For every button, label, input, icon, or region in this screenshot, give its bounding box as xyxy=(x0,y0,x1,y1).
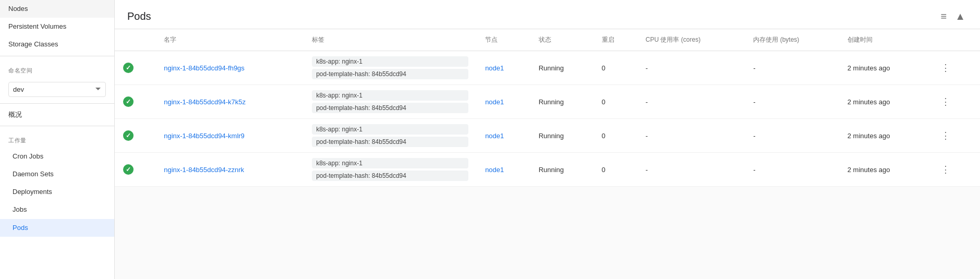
sidebar-item-persistent-volumes[interactable]: Persistent Volumes xyxy=(0,18,114,35)
pod-actions-cell: ⋮ xyxy=(928,51,980,85)
pod-tags-cell: k8s-app: nginx-1pod-template-hash: 84b55… xyxy=(304,153,477,187)
col-restarts: 重启 xyxy=(594,29,637,51)
pod-actions-cell: ⋮ xyxy=(928,119,980,153)
pod-state-cell: Running xyxy=(530,85,594,119)
pod-state-cell: Running xyxy=(530,51,594,85)
pod-name-link[interactable]: nginx-1-84b55dcd94-zznrk xyxy=(164,166,244,174)
sidebar-item-storage-classes[interactable]: Storage Classes xyxy=(0,35,114,53)
pod-node-cell: node1 xyxy=(477,85,530,119)
table-row: nginx-1-84b55dcd94-kmlr9k8s-app: nginx-1… xyxy=(115,119,980,153)
pod-actions-cell: ⋮ xyxy=(928,153,980,187)
pod-memory-cell: - xyxy=(745,51,839,85)
pod-restarts-cell: 0 xyxy=(594,119,637,153)
pod-tags-cell: k8s-app: nginx-1pod-template-hash: 84b55… xyxy=(304,85,477,119)
pod-status-cell xyxy=(115,85,155,119)
pod-tag: pod-template-hash: 84b55dcd94 xyxy=(312,103,468,113)
pod-tag: k8s-app: nginx-1 xyxy=(312,90,468,101)
sidebar-divider2 xyxy=(0,103,114,104)
status-icon xyxy=(123,63,134,73)
sidebar-item-overview[interactable]: 概况 xyxy=(0,106,114,124)
pod-status-cell xyxy=(115,119,155,153)
pod-restarts-cell: 0 xyxy=(594,51,637,85)
pod-name-link[interactable]: nginx-1-84b55dcd94-fh9gs xyxy=(164,64,245,72)
col-created: 创建时间 xyxy=(839,29,928,51)
main-header: Pods ≡ ▲ xyxy=(115,0,980,29)
namespace-section-label: 命名空间 xyxy=(0,58,114,78)
pod-name-link[interactable]: nginx-1-84b55dcd94-k7k5z xyxy=(164,98,246,106)
col-cpu: CPU 使用率 (cores) xyxy=(637,29,745,51)
pod-node-link[interactable]: node1 xyxy=(485,132,504,140)
pod-name-cell: nginx-1-84b55dcd94-kmlr9 xyxy=(155,119,304,153)
pod-memory-cell: - xyxy=(745,119,839,153)
pod-name-cell: nginx-1-84b55dcd94-k7k5z xyxy=(155,85,304,119)
sidebar-item-pods[interactable]: Pods xyxy=(0,219,114,237)
namespace-container: dev default kube-system xyxy=(0,78,114,101)
pod-more-button[interactable]: ⋮ xyxy=(937,94,954,110)
pod-memory-cell: - xyxy=(745,85,839,119)
sidebar: Nodes Persistent Volumes Storage Classes… xyxy=(0,0,115,279)
pod-node-cell: node1 xyxy=(477,153,530,187)
collapse-button[interactable]: ▲ xyxy=(953,8,967,25)
pod-created-cell: 2 minutes ago xyxy=(839,119,928,153)
pod-more-button[interactable]: ⋮ xyxy=(937,162,954,177)
col-status xyxy=(115,29,155,51)
status-icon xyxy=(123,164,134,175)
col-memory: 内存使用 (bytes) xyxy=(745,29,839,51)
table-row: nginx-1-84b55dcd94-k7k5zk8s-app: nginx-1… xyxy=(115,85,980,119)
pod-more-button[interactable]: ⋮ xyxy=(937,128,954,143)
pod-node-link[interactable]: node1 xyxy=(485,64,504,72)
filter-icon: ≡ xyxy=(941,10,947,22)
pod-tag: k8s-app: nginx-1 xyxy=(312,124,468,135)
collapse-icon: ▲ xyxy=(955,10,965,22)
pod-tag: k8s-app: nginx-1 xyxy=(312,56,468,67)
status-icon xyxy=(123,96,134,107)
sidebar-divider3 xyxy=(0,126,114,126)
pod-tag: pod-template-hash: 84b55dcd94 xyxy=(312,69,468,79)
table-header: 名字 标签 节点 状态 重启 CPU 使用率 (cores) 内存使用 (byt… xyxy=(115,29,980,51)
pod-state-cell: Running xyxy=(530,153,594,187)
sidebar-item-deployments[interactable]: Deployments xyxy=(0,183,114,201)
status-icon xyxy=(123,130,134,141)
filter-button[interactable]: ≡ xyxy=(939,8,949,25)
col-actions xyxy=(928,29,980,51)
header-actions: ≡ ▲ xyxy=(939,8,967,25)
pod-status-cell xyxy=(115,51,155,85)
pod-created-cell: 2 minutes ago xyxy=(839,153,928,187)
pod-name-link[interactable]: nginx-1-84b55dcd94-kmlr9 xyxy=(164,132,245,140)
namespace-select[interactable]: dev default kube-system xyxy=(8,82,106,97)
pod-name-cell: nginx-1-84b55dcd94-fh9gs xyxy=(155,51,304,85)
pod-tag: pod-template-hash: 84b55dcd94 xyxy=(312,171,468,181)
pod-cpu-cell: - xyxy=(637,119,745,153)
col-node: 节点 xyxy=(477,29,530,51)
pods-table: 名字 标签 节点 状态 重启 CPU 使用率 (cores) 内存使用 (byt… xyxy=(115,29,980,187)
pod-tag: k8s-app: nginx-1 xyxy=(312,158,468,168)
sidebar-item-daemon-sets[interactable]: Daemon Sets xyxy=(0,165,114,183)
pod-created-cell: 2 minutes ago xyxy=(839,85,928,119)
pod-more-button[interactable]: ⋮ xyxy=(937,60,954,76)
pod-node-cell: node1 xyxy=(477,51,530,85)
pod-tags-cell: k8s-app: nginx-1pod-template-hash: 84b55… xyxy=(304,119,477,153)
pod-cpu-cell: - xyxy=(637,51,745,85)
table-row: nginx-1-84b55dcd94-zznrkk8s-app: nginx-1… xyxy=(115,153,980,187)
col-labels: 标签 xyxy=(304,29,477,51)
pod-tags-cell: k8s-app: nginx-1pod-template-hash: 84b55… xyxy=(304,51,477,85)
pod-status-cell xyxy=(115,153,155,187)
pod-memory-cell: - xyxy=(745,153,839,187)
pod-node-link[interactable]: node1 xyxy=(485,166,504,174)
pod-node-link[interactable]: node1 xyxy=(485,98,504,106)
pod-state-cell: Running xyxy=(530,119,594,153)
pod-cpu-cell: - xyxy=(637,153,745,187)
sidebar-item-nodes[interactable]: Nodes xyxy=(0,0,114,18)
pod-name-cell: nginx-1-84b55dcd94-zznrk xyxy=(155,153,304,187)
sidebar-top-items: Nodes Persistent Volumes Storage Classes xyxy=(0,0,114,54)
main-content: Pods ≡ ▲ 名字 标签 节点 状态 重启 CPU 使用率 (cores) xyxy=(115,0,980,279)
col-state: 状态 xyxy=(530,29,594,51)
pod-created-cell: 2 minutes ago xyxy=(839,51,928,85)
pod-tag: pod-template-hash: 84b55dcd94 xyxy=(312,137,468,147)
sidebar-item-jobs[interactable]: Jobs xyxy=(0,201,114,219)
pod-restarts-cell: 0 xyxy=(594,85,637,119)
pods-table-container: 名字 标签 节点 状态 重启 CPU 使用率 (cores) 内存使用 (byt… xyxy=(115,29,980,187)
pod-cpu-cell: - xyxy=(637,85,745,119)
sidebar-item-cron-jobs[interactable]: Cron Jobs xyxy=(0,148,114,165)
workload-section-label: 工作量 xyxy=(0,128,114,148)
